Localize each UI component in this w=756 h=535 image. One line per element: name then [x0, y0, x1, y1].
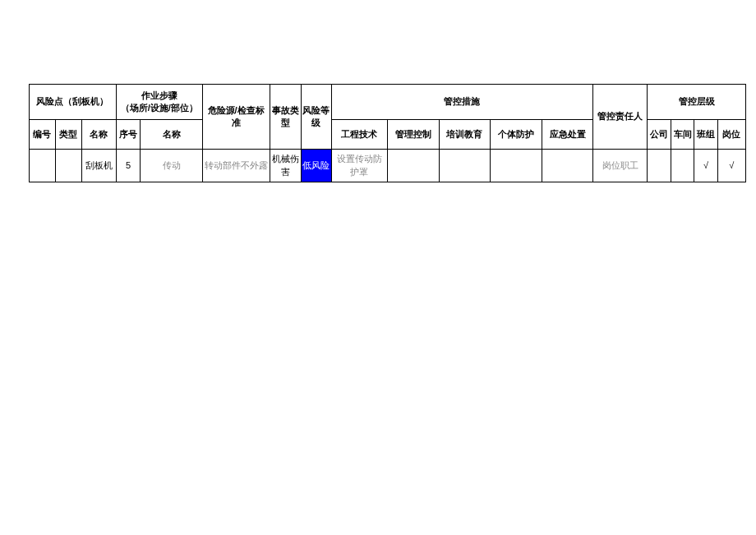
risk-table-container: 风险点（刮板机） 作业步骤 （场所/设施/部位） 危险源/检查标准 事故类型 风… [0, 0, 756, 182]
th-cm-training: 培训教育 [439, 120, 491, 150]
cell-risk-level: 低风险 [302, 150, 331, 182]
th-hazard: 危险源/检查标准 [202, 85, 270, 150]
cell-rp-name: 刮板机 [81, 150, 116, 182]
cell-op-no: 5 [116, 150, 141, 182]
table-row: 刮板机 5 传动 转动部件不外露 机械伤害 低风险 设置传动防护罩 岗位职工 √… [30, 150, 746, 182]
th-cm-emergency: 应急处置 [542, 120, 593, 150]
cell-rp-type [55, 150, 81, 182]
th-cm-ppe: 个体防护 [491, 120, 542, 150]
cell-ppe [491, 150, 542, 182]
th-accident-type: 事故类型 [270, 85, 302, 150]
cell-accident: 机械伤害 [270, 150, 302, 182]
cell-person: 岗位职工 [593, 150, 648, 182]
th-op-name: 名称 [141, 120, 202, 150]
cell-lvl-company [648, 150, 671, 182]
th-control-level-group: 管控层级 [648, 85, 746, 120]
cell-emergency [542, 150, 593, 182]
cell-op-name: 传动 [141, 150, 202, 182]
cell-training [439, 150, 491, 182]
cell-hazard: 转动部件不外露 [202, 150, 270, 182]
cell-engineering: 设置传动防护罩 [331, 150, 387, 182]
th-rp-name: 名称 [81, 120, 116, 150]
th-lvl-workshop: 车间 [671, 120, 694, 150]
cell-lvl-workshop [671, 150, 694, 182]
th-control-person: 管控责任人 [593, 85, 648, 150]
th-op-no: 序号 [116, 120, 141, 150]
th-risk-point: 风险点（刮板机） [30, 85, 117, 120]
th-cm-management: 管理控制 [387, 120, 439, 150]
th-lvl-post: 岗位 [717, 120, 745, 150]
th-control-measures: 管控措施 [331, 85, 593, 120]
th-lvl-company: 公司 [648, 120, 671, 150]
th-rp-no: 编号 [30, 120, 56, 150]
th-lvl-team: 班组 [694, 120, 717, 150]
cell-management [387, 150, 439, 182]
cell-lvl-team: √ [694, 150, 717, 182]
th-operation-step: 作业步骤 （场所/设施/部位） [116, 85, 202, 120]
th-rp-type: 类型 [55, 120, 81, 150]
cell-rp-no [30, 150, 56, 182]
th-cm-engineering: 工程技术 [331, 120, 387, 150]
risk-table: 风险点（刮板机） 作业步骤 （场所/设施/部位） 危险源/检查标准 事故类型 风… [29, 84, 746, 182]
cell-lvl-post: √ [717, 150, 745, 182]
th-risk-level: 风险等级 [302, 85, 331, 150]
